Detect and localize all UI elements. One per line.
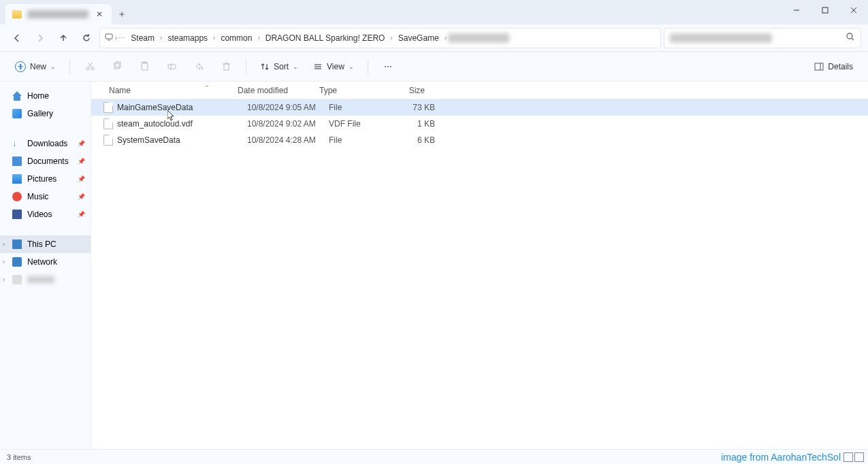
pin-icon: 📌 xyxy=(78,193,85,200)
minimize-button[interactable] xyxy=(782,0,811,20)
back-button[interactable] xyxy=(7,28,27,48)
details-icon xyxy=(814,62,824,71)
sidebar-home[interactable]: Home xyxy=(0,87,91,105)
crumb-savegame[interactable]: SaveGame xyxy=(394,33,443,43)
file-size: 73 KB xyxy=(397,103,442,112)
plus-circle-icon xyxy=(15,61,26,72)
crumb-common[interactable]: common xyxy=(216,33,256,43)
pin-icon: 📌 xyxy=(78,211,85,218)
svg-rect-16 xyxy=(168,65,176,69)
more-button[interactable]: ⋯ xyxy=(376,56,400,77)
folder-icon xyxy=(12,10,22,18)
column-type[interactable]: Type xyxy=(319,86,387,95)
file-date: 10/8/2024 9:02 AM xyxy=(247,119,329,129)
file-size: 1 KB xyxy=(397,119,442,129)
sidebar-documents[interactable]: Documents📌 xyxy=(0,152,91,170)
details-label: Details xyxy=(828,62,853,71)
file-icon xyxy=(103,118,113,129)
thumbnail-view-toggle[interactable] xyxy=(854,452,864,462)
svg-line-11 xyxy=(88,63,92,67)
search-input[interactable] xyxy=(664,28,861,48)
svg-rect-24 xyxy=(815,63,823,70)
sidebar-pictures[interactable]: Pictures📌 xyxy=(0,170,91,188)
column-headers: Name⌃ Date modified Type Size xyxy=(91,82,868,99)
overflow-icon[interactable]: ⋯ xyxy=(118,34,125,42)
svg-point-9 xyxy=(91,67,94,70)
cut-button[interactable] xyxy=(78,56,101,77)
details-pane-button[interactable]: Details xyxy=(809,56,858,77)
view-label: View xyxy=(327,62,344,71)
file-size: 6 KB xyxy=(397,135,442,145)
delete-button[interactable] xyxy=(214,56,238,77)
file-row[interactable]: MainGameSaveData 10/8/2024 9:05 AM File … xyxy=(91,99,868,116)
network-icon xyxy=(12,257,22,267)
chevron-right-icon[interactable]: › xyxy=(3,241,5,248)
view-button[interactable]: View ⌄ xyxy=(308,56,359,77)
breadcrumb-path[interactable]: › ⋯ Steam› steamapps› common› DRAGON BAL… xyxy=(99,28,661,48)
svg-rect-12 xyxy=(114,63,119,69)
sidebar-network[interactable]: ›Network xyxy=(0,253,91,271)
crumb-game[interactable]: DRAGON BALL Sparking! ZERO xyxy=(261,33,389,43)
sidebar-item-redacted[interactable]: › xyxy=(0,271,91,288)
file-list: Name⌃ Date modified Type Size MainGameSa… xyxy=(91,82,868,449)
new-tab-button[interactable]: ＋ xyxy=(112,4,132,24)
close-window-button[interactable] xyxy=(839,0,868,20)
column-name[interactable]: Name⌃ xyxy=(91,86,238,95)
window-tab[interactable]: ✕ xyxy=(5,4,112,24)
videos-icon xyxy=(12,210,22,219)
file-name: steam_autocloud.vdf xyxy=(117,119,247,129)
gallery-icon xyxy=(12,109,22,118)
column-date[interactable]: Date modified xyxy=(238,86,319,95)
crumb-steam[interactable]: Steam xyxy=(127,33,159,43)
svg-rect-18 xyxy=(224,64,229,70)
sidebar-gallery[interactable]: Gallery xyxy=(0,105,91,122)
sidebar-videos[interactable]: Videos📌 xyxy=(0,205,91,223)
maximize-button[interactable] xyxy=(811,0,839,20)
pin-icon: 📌 xyxy=(78,176,85,182)
column-size[interactable]: Size xyxy=(387,86,432,95)
new-label: New xyxy=(30,62,46,71)
file-type: File xyxy=(329,135,397,145)
chevron-right-icon[interactable]: › xyxy=(115,34,117,42)
crumb-redacted[interactable] xyxy=(448,33,509,43)
drive-icon xyxy=(12,275,22,284)
file-icon xyxy=(103,102,113,113)
paste-button[interactable] xyxy=(133,56,156,77)
search-icon xyxy=(846,32,855,44)
address-bar: › ⋯ Steam› steamapps› common› DRAGON BAL… xyxy=(0,24,868,52)
sidebar-downloads[interactable]: ↓Downloads📌 xyxy=(0,135,91,152)
sort-button[interactable]: Sort ⌄ xyxy=(255,56,304,77)
pin-icon: 📌 xyxy=(78,140,85,147)
file-type: VDF File xyxy=(329,119,397,129)
file-type: File xyxy=(329,103,397,112)
details-view-toggle[interactable] xyxy=(843,452,853,462)
refresh-button[interactable] xyxy=(76,28,97,48)
svg-rect-1 xyxy=(822,7,828,13)
item-count: 3 items xyxy=(7,453,31,461)
sidebar-this-pc[interactable]: ›This PC xyxy=(0,235,91,253)
up-button[interactable] xyxy=(53,28,74,48)
home-icon xyxy=(12,91,22,101)
file-row[interactable]: steam_autocloud.vdf 10/8/2024 9:02 AM VD… xyxy=(91,116,868,132)
file-row[interactable]: SystemSaveData 10/8/2024 4:28 AM File 6 … xyxy=(91,132,868,148)
svg-line-7 xyxy=(852,38,854,40)
sort-label: Sort xyxy=(274,62,289,71)
rename-button[interactable] xyxy=(160,56,183,77)
chevron-right-icon[interactable]: › xyxy=(3,259,5,265)
new-button[interactable]: New ⌄ xyxy=(10,56,61,77)
share-button[interactable] xyxy=(187,56,210,77)
chevron-down-icon: ⌄ xyxy=(349,63,354,70)
titlebar: ✕ ＋ xyxy=(0,0,868,24)
chevron-down-icon: ⌄ xyxy=(293,63,298,70)
file-icon xyxy=(103,135,113,146)
copy-button[interactable] xyxy=(106,56,129,77)
sidebar-music[interactable]: Music📌 xyxy=(0,188,91,205)
pc-icon xyxy=(104,32,114,44)
forward-button[interactable] xyxy=(30,28,50,48)
music-icon xyxy=(12,192,22,201)
watermark-text: image from AarohanTechSol xyxy=(721,452,841,463)
tab-close-icon[interactable]: ✕ xyxy=(94,10,105,19)
svg-line-10 xyxy=(89,63,93,67)
chevron-right-icon[interactable]: › xyxy=(3,276,5,283)
crumb-steamapps[interactable]: steamapps xyxy=(163,33,212,43)
